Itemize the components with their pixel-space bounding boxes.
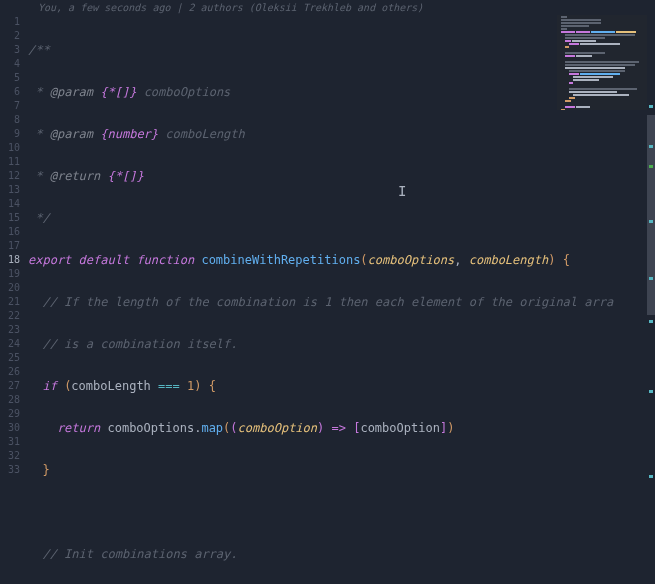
overview-mark xyxy=(649,475,653,478)
text-cursor-ibeam-icon: I xyxy=(398,183,406,199)
code-editor[interactable]: 1 2 3 4 5 6 7 8 9 10 11 12 13 14 15 16 1… xyxy=(0,15,655,583)
overview-mark xyxy=(649,320,653,323)
overview-mark xyxy=(649,277,653,280)
overview-mark xyxy=(649,390,653,393)
overview-mark xyxy=(649,220,653,223)
overview-mark xyxy=(649,165,653,168)
vertical-scrollbar[interactable] xyxy=(647,15,655,583)
overview-mark xyxy=(649,145,653,148)
overview-mark xyxy=(649,105,653,108)
minimap[interactable] xyxy=(557,15,647,110)
line-number-gutter: 1 2 3 4 5 6 7 8 9 10 11 12 13 14 15 16 1… xyxy=(0,15,28,583)
git-blame-header: You, a few seconds ago | 2 authors (Olek… xyxy=(0,0,655,15)
